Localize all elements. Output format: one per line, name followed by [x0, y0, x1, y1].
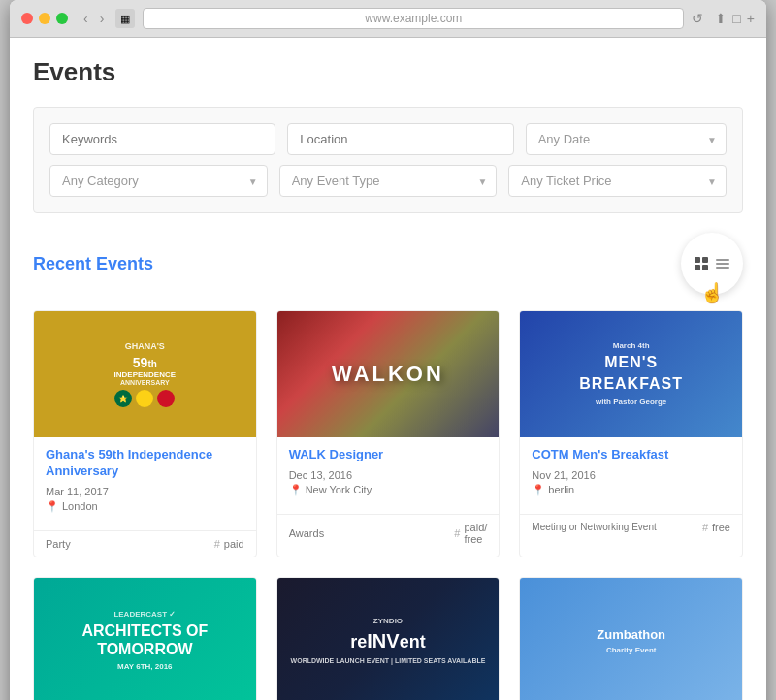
event-price-3: # free: [702, 522, 730, 533]
event-card-1: GHANA'S 59th INDEPENDENCE ANNIVERSARY ⭐ …: [33, 310, 257, 557]
event-location-3: 📍 berlin: [532, 484, 730, 496]
event-footer-2: Awards # paid/free: [277, 514, 500, 552]
zumbathon-title-text: Zumbathon Charity Event: [597, 627, 665, 654]
event-location-1: 📍 London: [46, 500, 244, 513]
walk-designer-image: WALKON: [277, 311, 500, 437]
event-location-2: 📍 New York City: [289, 484, 488, 496]
add-button[interactable]: +: [747, 11, 755, 26]
grid-view-button[interactable]: [693, 255, 710, 272]
event-card-3: March 4th MEN'S BREAKFAST with Pastor Ge…: [519, 310, 743, 557]
event-body-1: Ghana's 59th Independence Anniversary Ma…: [34, 437, 256, 530]
zumbathon-image: Zumbathon Charity Event: [520, 578, 742, 700]
browser-window: ‹ › ▦ www.example.com ↺ ⬆ □ + Events Any…: [10, 0, 766, 700]
events-grid: GHANA'S 59th INDEPENDENCE ANNIVERSARY ⭐ …: [33, 310, 743, 700]
event-body-2: WALK Designer Dec 13, 2016 📍 New York Ci…: [277, 437, 500, 514]
search-section: Any Date Any Category Any Event Type: [33, 107, 743, 213]
event-card-5: ZYNDIO reINVent WORLDWIDE LAUNCH EVENT |…: [276, 577, 501, 700]
hash-icon-2: #: [454, 527, 460, 539]
event-footer-1: Party # paid: [34, 530, 256, 557]
event-date-3: Nov 21, 2016: [532, 469, 730, 481]
location-pin-icon-3: 📍: [532, 484, 545, 496]
back-button[interactable]: ‹: [80, 9, 92, 28]
event-date-2: Dec 13, 2016: [289, 469, 488, 481]
architects-title-text: Leadercast ✓ ARCHITECTS OF TOMORROW May …: [81, 610, 208, 672]
nav-buttons: ‹ ›: [80, 9, 108, 28]
any-ticket-price-select[interactable]: Any Ticket Price: [508, 165, 727, 197]
cotm-title-text: March 4th MEN'S BREAKFAST with Pastor Ge…: [579, 340, 683, 407]
event-category-2: Awards: [289, 527, 324, 539]
keywords-input[interactable]: [49, 123, 275, 155]
view-controls: ☝: [681, 233, 743, 295]
event-title-3[interactable]: COTM Men's Breakfast: [532, 447, 730, 463]
recent-events-title: Recent Events: [33, 254, 153, 274]
page-content: Events Any Date Any Category: [10, 38, 766, 700]
architects-tomorrow-image: Leadercast ✓ ARCHITECTS OF TOMORROW May …: [34, 578, 256, 700]
event-category-1: Party: [46, 538, 71, 550]
cotm-mens-breakfast-image: March 4th MEN'S BREAKFAST with Pastor Ge…: [520, 311, 742, 437]
zyndio-reinvent-image: ZYNDIO reINVent WORLDWIDE LAUNCH EVENT |…: [277, 578, 500, 700]
search-row-1: Any Date: [49, 123, 727, 155]
event-type-select-wrapper: Any Event Type: [279, 165, 498, 197]
minimize-traffic-light[interactable]: [39, 13, 50, 24]
event-footer-3: Meeting or Networking Event # free: [520, 514, 742, 540]
event-date-1: Mar 11, 2017: [46, 486, 244, 497]
event-card-6: Zumbathon Charity Event Zumbathon Charit…: [519, 577, 743, 700]
event-title-2[interactable]: WALK Designer: [289, 447, 488, 463]
category-select-wrapper: Any Category: [49, 165, 268, 197]
date-select-wrapper: Any Date: [526, 123, 727, 155]
page-title: Events: [33, 57, 743, 87]
list-icon: [716, 259, 729, 269]
browser-chrome: ‹ › ▦ www.example.com ↺ ⬆ □ +: [10, 0, 766, 38]
share-button[interactable]: ⬆: [715, 11, 727, 26]
ticket-price-select-wrapper: Any Ticket Price: [508, 165, 727, 197]
event-card-4: Leadercast ✓ ARCHITECTS OF TOMORROW May …: [33, 577, 257, 700]
grid-icon: [695, 257, 708, 270]
search-row-2: Any Category Any Event Type Any Ticket P…: [49, 165, 727, 197]
any-event-type-select[interactable]: Any Event Type: [279, 165, 498, 197]
hash-icon-3: #: [702, 522, 708, 533]
forward-button[interactable]: ›: [96, 9, 109, 28]
event-price-1: # paid: [214, 538, 244, 550]
location-input[interactable]: [287, 123, 513, 155]
event-title-1[interactable]: Ghana's 59th Independence Anniversary: [46, 447, 244, 480]
walkon-title-text: WALKON: [332, 362, 444, 387]
event-price-2: # paid/free: [454, 522, 487, 545]
any-date-select[interactable]: Any Date: [526, 123, 727, 155]
new-tab-button[interactable]: □: [732, 11, 740, 26]
cursor-hand-icon: ☝: [700, 281, 725, 304]
browser-actions: ⬆ □ +: [715, 11, 755, 26]
close-traffic-light[interactable]: [21, 13, 33, 24]
location-pin-icon-2: 📍: [289, 484, 303, 496]
zyndio-title-text: ZYNDIO reINVent WORLDWIDE LAUNCH EVENT |…: [291, 617, 486, 665]
hash-icon-1: #: [214, 538, 220, 550]
address-bar[interactable]: www.example.com: [143, 8, 684, 29]
reload-button[interactable]: ↺: [692, 11, 703, 26]
any-category-select[interactable]: Any Category: [49, 165, 268, 197]
event-body-3: COTM Men's Breakfast Nov 21, 2016 📍 berl…: [520, 437, 742, 514]
traffic-lights: [21, 13, 68, 24]
event-category-3: Meeting or Networking Event: [532, 522, 656, 532]
recent-events-header: Recent Events: [33, 233, 743, 295]
list-view-button[interactable]: [714, 257, 731, 270]
maximize-traffic-light[interactable]: [56, 13, 68, 24]
reader-view-button[interactable]: ▦: [115, 9, 135, 28]
ghana-independence-image: GHANA'S 59th INDEPENDENCE ANNIVERSARY ⭐: [34, 311, 256, 437]
location-pin-icon-1: 📍: [46, 500, 59, 513]
event-card-2: WALKON WALK Designer Dec 13, 2016 📍 New …: [276, 310, 501, 557]
